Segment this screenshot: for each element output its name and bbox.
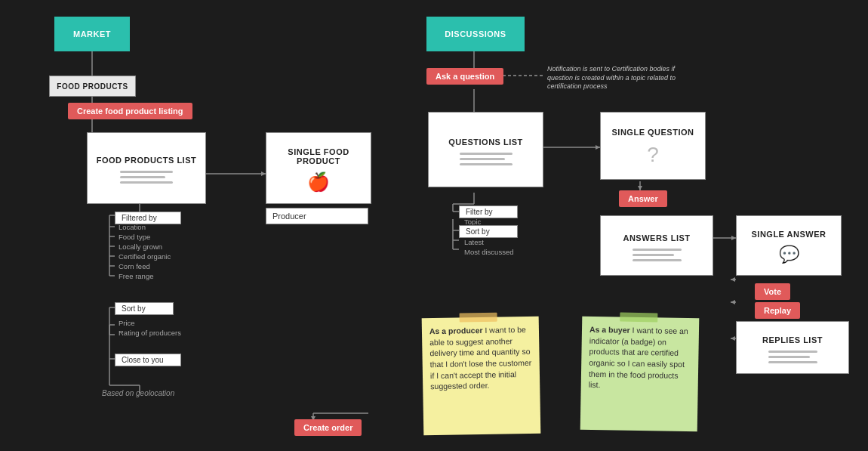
filter-corn-feed: Corn feed xyxy=(119,262,150,270)
food-products-list-box: FOOD PRODUCTS LIST xyxy=(87,132,206,204)
filter-food-type: Food type xyxy=(119,233,150,241)
replies-list-icon xyxy=(768,351,817,363)
sticky-buyer-text: I want to see an indicator (a badge) on … xyxy=(589,326,688,390)
close-to-you-label: Close to you xyxy=(115,354,181,366)
sticky-buyer: As a buyer I want to see an indicator (a… xyxy=(580,317,700,432)
svg-marker-49 xyxy=(731,300,735,304)
food-products-box: FOOD PRODUCTS xyxy=(49,76,136,97)
sort-price: Price xyxy=(119,319,135,327)
questions-filter-by-label: Filter by xyxy=(459,205,518,218)
market-label: MARKET xyxy=(69,26,115,42)
single-answer-label: SINGLE ANSWER xyxy=(747,227,831,242)
filter-locally-grown: Locally grown xyxy=(119,242,162,251)
ask-question-button[interactable]: Ask a question xyxy=(426,68,503,85)
svg-marker-47 xyxy=(731,277,735,282)
filter-certified-organic: Certified organic xyxy=(119,252,171,261)
single-food-product-box: SINGLE FOOD PRODUCT 🍎 xyxy=(266,132,371,204)
vote-button[interactable]: Vote xyxy=(755,283,790,300)
geo-note: Based on geolocation xyxy=(102,389,174,397)
questions-sort-latest: Latest xyxy=(464,238,484,246)
create-listing-button[interactable]: Create food product listing xyxy=(68,103,192,119)
question-mark-icon: ? xyxy=(647,143,659,167)
questions-sort-by-label: Sort by xyxy=(459,225,518,238)
single-answer-box: SINGLE ANSWER 💬 xyxy=(736,215,842,276)
replay-button[interactable]: Replay xyxy=(755,302,800,319)
notification-text: Notification is sent to Certification bo… xyxy=(547,65,698,91)
sort-by-label: Sort by xyxy=(115,302,174,315)
sticky-buyer-title: As a buyer xyxy=(589,325,630,335)
filter-location: Location xyxy=(119,223,146,231)
create-order-button[interactable]: Create order xyxy=(294,419,362,436)
replies-list-box: REPLIES LIST xyxy=(736,321,849,374)
answers-list-label: ANSWERS LIST xyxy=(618,230,694,246)
field-producer: Producer xyxy=(266,208,368,224)
single-question-box: SINGLE QUESTION ? xyxy=(600,112,706,180)
questions-list-box: QUESTIONS LIST xyxy=(428,112,543,187)
answer-button[interactable]: Answer xyxy=(619,190,667,207)
questions-list-icon xyxy=(460,153,512,165)
chat-bubble-icon: 💬 xyxy=(779,245,799,264)
apple-icon: 🍎 xyxy=(307,171,330,193)
sticky-producer-title: As a producer xyxy=(429,326,483,335)
filter-free-range: Free range xyxy=(119,272,153,280)
questions-sort-most-discussed: Most discussed xyxy=(464,248,513,256)
replies-list-label: REPLIES LIST xyxy=(758,332,827,348)
questions-list-label: QUESTIONS LIST xyxy=(444,134,528,150)
svg-marker-51 xyxy=(731,336,735,341)
sort-rating: Rating of producers xyxy=(119,329,181,337)
single-food-product-label: SINGLE FOOD PRODUCT xyxy=(283,144,353,168)
discussions-box: DISCUSSIONS xyxy=(426,17,525,51)
answers-list-icon xyxy=(633,249,682,261)
market-box: MARKET xyxy=(54,17,130,51)
sticky-producer: As a producer I want to be able to sugge… xyxy=(422,317,541,436)
answers-list-box: ANSWERS LIST xyxy=(600,215,713,276)
food-products-label: FOOD PRODUCTS xyxy=(52,79,132,94)
food-products-list-label: FOOD PRODUCTS LIST xyxy=(92,153,201,168)
discussions-label: DISCUSSIONS xyxy=(440,26,510,42)
single-question-label: SINGLE QUESTION xyxy=(608,125,699,140)
list-icon xyxy=(120,171,173,184)
